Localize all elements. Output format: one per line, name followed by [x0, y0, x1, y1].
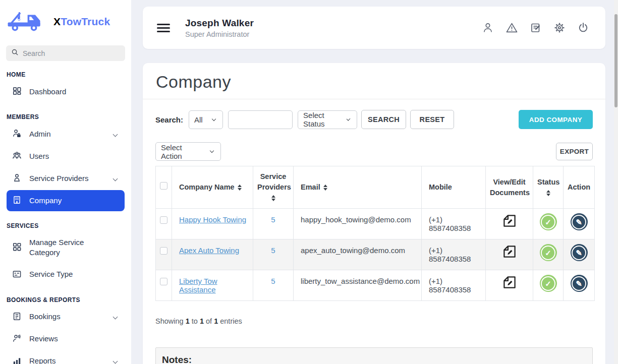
company-mobile: (+1) 8587408358 [422, 270, 486, 301]
hamburger-menu-icon[interactable] [157, 24, 170, 32]
sidebar-search-input[interactable] [23, 49, 120, 57]
company-name-link[interactable]: Happy Hook Towing [179, 215, 246, 224]
divider [143, 99, 605, 99]
sidebar-item-label: Reports [29, 356, 56, 364]
sort-icon[interactable] [271, 195, 275, 201]
status-active-toggle[interactable]: ✓ [540, 275, 557, 292]
edit-company-button[interactable]: ✎ [571, 275, 588, 292]
tow-truck-icon [6, 9, 46, 34]
sidebar-item-reviews[interactable]: Reviews [7, 329, 125, 350]
sidebar-search[interactable] [6, 45, 125, 61]
company-email: liberty_tow_assistance@demo.com [294, 270, 422, 301]
admin-lock-icon [12, 129, 22, 140]
sidebar-item-manage-service-category[interactable]: Manage Service Category [7, 232, 125, 263]
notes-section: Notes: [155, 347, 593, 364]
chevron-down-icon [113, 132, 118, 137]
sidebar-item-service-providers[interactable]: Service Providers [7, 168, 125, 189]
building-icon [12, 195, 22, 206]
sidebar-item-dashboard[interactable]: Dashboard [7, 81, 125, 102]
row-checkbox[interactable] [160, 216, 167, 224]
export-button[interactable]: EXPORT [556, 143, 593, 160]
user-icon[interactable] [482, 22, 494, 34]
chevron-down-icon [113, 315, 118, 320]
sidebar: XTowTruck HOME Dashboard MEMBERS Admin U… [0, 0, 131, 364]
sidebar-item-label: Service Providers [29, 173, 89, 184]
check-icon: ✓ [545, 280, 551, 287]
row-checkbox[interactable] [160, 278, 167, 285]
sidebar-item-users[interactable]: Users [7, 146, 125, 167]
search-keyword-input[interactable] [228, 110, 293, 129]
chevron-down-icon [113, 359, 118, 364]
check-icon: ✓ [545, 218, 551, 226]
sidebar-item-company[interactable]: Company [7, 190, 125, 211]
pencil-icon: ✎ [576, 218, 582, 226]
sort-icon[interactable] [238, 185, 242, 191]
row-checkbox[interactable] [160, 247, 167, 255]
user-role: Super Administrator [185, 30, 254, 38]
edit-company-button[interactable]: ✎ [571, 244, 588, 261]
user-name: Joseph Walker [185, 18, 254, 29]
table-header-row: Company Name Service Providers Email Mob… [156, 166, 595, 209]
status-active-toggle[interactable]: ✓ [540, 244, 557, 261]
company-table: Company Name Service Providers Email Mob… [155, 166, 595, 301]
service-provider-count[interactable]: 5 [271, 215, 275, 224]
nav-section-members: MEMBERS [0, 103, 131, 123]
company-name-link[interactable]: Apex Auto Towing [179, 246, 239, 255]
reviews-voice-icon [12, 334, 22, 345]
users-group-icon [12, 151, 22, 162]
view-edit-documents-icon[interactable] [502, 244, 517, 259]
company-name-link[interactable]: Liberty Tow Assistance [179, 277, 217, 294]
company-mobile: (+1) 8587408358 [422, 209, 486, 239]
company-panel: Company Search: All Select Status SEARCH… [143, 63, 605, 364]
service-provider-count[interactable]: 5 [271, 277, 275, 285]
col-header-email[interactable]: Email [294, 166, 422, 209]
sidebar-item-admin[interactable]: Admin [7, 124, 125, 145]
col-header-service-providers[interactable]: Service Providers [253, 166, 294, 209]
col-header-mobile: Mobile [422, 166, 486, 209]
table-row: Happy Hook Towing 5 happy_hook_towing@de… [156, 209, 595, 239]
service-type-card-icon [12, 269, 22, 280]
sidebar-item-label: Bookings [29, 312, 61, 322]
page-scrollbar-thumb[interactable] [614, 14, 617, 107]
col-header-documents: View/Edit Documents [486, 166, 533, 209]
page-scrollbar-track[interactable] [614, 0, 618, 364]
add-company-button[interactable]: ADD COMPANY [519, 110, 593, 129]
sidebar-item-label: Service Type [29, 269, 73, 279]
col-header-company-name[interactable]: Company Name [172, 166, 253, 209]
sidebar-item-label: Users [29, 151, 49, 161]
power-icon[interactable] [577, 22, 589, 34]
table-row: Apex Auto Towing 5 apex_auto_towing@demo… [156, 239, 595, 270]
status-select[interactable]: Select Status [298, 110, 357, 129]
select-all-checkbox[interactable] [160, 182, 167, 190]
sidebar-item-reports[interactable]: Reports [7, 351, 125, 364]
field-select[interactable]: All [189, 110, 223, 129]
col-header-status[interactable]: Status [533, 166, 564, 209]
sidebar-item-service-type[interactable]: Service Type [7, 264, 125, 285]
edit-note-icon[interactable] [530, 22, 542, 34]
sort-icon[interactable] [323, 185, 327, 191]
bulk-action-select[interactable]: Select Action [155, 142, 221, 161]
page-title: Company [155, 72, 593, 92]
brand-logo[interactable]: XTowTruck [0, 0, 131, 34]
sidebar-item-bookings[interactable]: Bookings [7, 307, 125, 328]
edit-company-button[interactable]: ✎ [571, 213, 588, 230]
top-header: Joseph Walker Super Administrator [143, 7, 605, 49]
gear-icon[interactable] [553, 22, 566, 34]
alert-triangle-icon[interactable] [505, 22, 518, 34]
sidebar-item-label: Reviews [29, 334, 58, 344]
status-active-toggle[interactable]: ✓ [540, 213, 557, 230]
chevron-down-icon [210, 149, 214, 153]
search-button[interactable]: SEARCH [361, 110, 406, 129]
nav-section-home: HOME [0, 61, 131, 80]
category-grid-icon [12, 242, 22, 253]
nav-section-services: SERVICES [0, 212, 131, 231]
check-icon: ✓ [545, 249, 551, 257]
sidebar-item-label: Admin [29, 129, 51, 139]
service-provider-count[interactable]: 5 [271, 246, 275, 255]
sidebar-item-label: Dashboard [29, 87, 66, 97]
reset-button[interactable]: RESET [410, 110, 454, 129]
view-edit-documents-icon[interactable] [502, 275, 517, 290]
sort-icon[interactable] [546, 190, 550, 196]
view-edit-documents-icon[interactable] [502, 213, 517, 228]
search-icon [11, 48, 19, 58]
